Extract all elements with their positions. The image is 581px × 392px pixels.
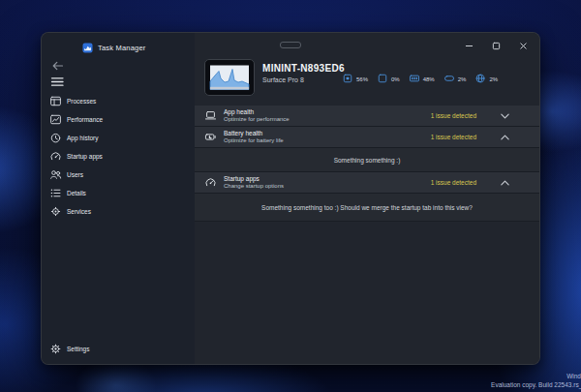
processes-icon <box>49 95 62 107</box>
settings-gear-icon <box>49 343 62 355</box>
chevron-up-icon[interactable] <box>500 179 510 187</box>
drag-handle[interactable] <box>280 42 301 48</box>
device-model: Surface Pro 8 <box>262 76 304 83</box>
startup-apps-row[interactable]: Startup apps Change startup options 1 is… <box>195 172 539 194</box>
minimize-icon <box>465 42 474 50</box>
close-button[interactable] <box>509 35 536 57</box>
sidebar-item-performance[interactable]: Performance <box>42 110 195 129</box>
row-subtitle: Optimize for performance <box>224 116 290 124</box>
stat-value: 0% <box>391 74 400 82</box>
sidebar-item-label: Processes <box>67 98 96 105</box>
window-title: Task Manager <box>98 44 146 52</box>
row-subtitle: Optimize for battery life <box>224 137 284 145</box>
performance-preview-thumbnail <box>204 59 255 96</box>
gpu-icon <box>377 73 388 84</box>
stat-gpu: 0% <box>377 73 400 84</box>
sidebar-item-settings[interactable]: Settings <box>42 340 195 358</box>
stat-cpu: 56% <box>342 73 368 84</box>
memory-icon <box>409 73 420 84</box>
network-globe-icon <box>474 73 486 84</box>
stat-value: 2% <box>489 74 498 82</box>
sidebar-item-details[interactable]: Details <box>42 184 195 202</box>
battery-saver-icon <box>204 131 217 143</box>
close-icon <box>519 42 528 50</box>
sidebar-item-app-history[interactable]: App history <box>42 129 195 147</box>
row-title: Startup apps <box>224 175 284 183</box>
startup-apps-expanded: Something something too :) Should we mer… <box>195 194 539 222</box>
sidebar-nav: Processes Performance App history <box>42 92 195 221</box>
row-subtitle: Change startup options <box>224 183 284 191</box>
sidebar-item-label: Performance <box>67 116 103 123</box>
row-title: Battery health <box>224 130 284 137</box>
stat-value: 48% <box>423 74 435 82</box>
battery-health-row[interactable]: Battery health Optimize for battery life… <box>195 127 539 148</box>
sidebar-item-startup-apps[interactable]: Startup apps <box>42 147 195 166</box>
back-arrow-icon[interactable] <box>50 59 65 73</box>
stat-memory: 48% <box>409 73 435 84</box>
expanded-text: Something something :) <box>334 157 401 164</box>
sidebar-item-label: Users <box>67 171 83 178</box>
cpu-icon <box>342 73 353 84</box>
stat-value: 2% <box>458 74 467 82</box>
battery-health-expanded: Something something :) <box>195 148 539 172</box>
sidebar-item-processes[interactable]: Processes <box>42 92 195 110</box>
status-badge: 1 issue detected <box>431 112 476 119</box>
status-badge: 1 issue detected <box>431 179 476 186</box>
hamburger-icon[interactable] <box>50 75 65 88</box>
chevron-down-icon[interactable] <box>500 112 510 120</box>
services-icon <box>49 205 62 218</box>
window-controls <box>455 34 536 58</box>
sidebar: Task Manager Processes <box>42 33 195 364</box>
performance-icon <box>49 113 62 126</box>
details-icon <box>49 187 62 199</box>
startup-gauge-icon <box>204 176 217 189</box>
settings-label: Settings <box>67 346 90 352</box>
sidebar-item-label: Details <box>67 190 86 196</box>
row-title: App health <box>224 108 290 116</box>
app-health-row[interactable]: App health Optimize for performance 1 is… <box>195 106 539 127</box>
device-name: MININT-N893ED6 <box>262 63 345 74</box>
disk-icon <box>443 73 455 84</box>
maximize-button[interactable] <box>482 35 509 57</box>
desktop: Task Manager Processes <box>0 0 581 392</box>
sidebar-item-users[interactable]: Users <box>42 166 195 184</box>
main-panel: MININT-N893ED6 Surface Pro 8 56% 0% <box>195 33 539 364</box>
task-manager-window: Task Manager Processes <box>41 32 540 365</box>
laptop-icon <box>204 109 217 122</box>
minimize-button[interactable] <box>455 35 482 57</box>
expanded-text: Something something too :) Should we mer… <box>261 204 473 211</box>
startup-apps-icon <box>49 150 62 163</box>
evaluation-watermark: Windows 11 Pro Evaluation copy. Build 22… <box>491 373 581 389</box>
stat-value: 56% <box>356 74 368 82</box>
watermark-line-2: Evaluation copy. Build 22543.rs_prerelea… <box>491 381 581 390</box>
titlebar-title: Task Manager <box>82 42 146 54</box>
chevron-up-icon[interactable] <box>500 134 510 141</box>
sidebar-item-label: Startup apps <box>67 153 103 160</box>
app-history-icon <box>49 132 62 144</box>
maximize-icon <box>492 42 501 50</box>
stat-network: 2% <box>474 73 498 84</box>
sidebar-item-label: Services <box>67 208 91 215</box>
sidebar-item-label: App history <box>67 135 99 141</box>
watermark-line-1: Windows 11 Pro <box>491 373 581 381</box>
health-rows: App health Optimize for performance 1 is… <box>195 106 539 222</box>
sidebar-item-services[interactable]: Services <box>42 202 195 221</box>
stat-disk: 2% <box>443 73 467 84</box>
resource-stats: 56% 0% 48% <box>342 71 498 85</box>
status-badge: 1 issue detected <box>431 134 476 140</box>
task-manager-app-icon <box>82 43 93 53</box>
users-icon <box>49 168 62 181</box>
